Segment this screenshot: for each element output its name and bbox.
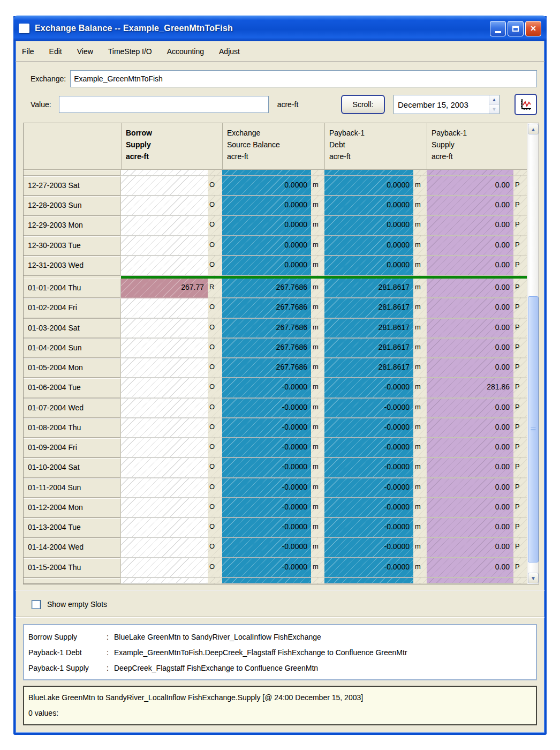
spinner-up-button[interactable]: ▲ (489, 95, 499, 105)
close-button[interactable]: ✕ (525, 21, 541, 36)
borrow-supply-cell[interactable] (121, 399, 208, 418)
supply-cell[interactable]: 0.00 (427, 558, 513, 578)
supply-cell[interactable]: 0.00 (427, 196, 513, 216)
title-bar[interactable]: Exchange Balance -- Example_GreenMtnToFi… (13, 16, 547, 41)
debt-cell[interactable]: 281.8617 (324, 319, 413, 339)
minimize-button[interactable] (490, 21, 506, 36)
borrow-supply-cell[interactable] (121, 378, 208, 398)
debt-cell[interactable]: 0.0000 (324, 236, 413, 256)
row-date-label[interactable]: 01-12-2004 Mon (24, 498, 121, 518)
debt-cell[interactable]: -0.0000 (324, 538, 413, 558)
supply-cell[interactable]: 281.86 (427, 378, 513, 398)
debt-cell[interactable]: 0.0000 (324, 256, 413, 276)
borrow-supply-cell[interactable] (121, 538, 208, 558)
borrow-supply-cell[interactable] (121, 498, 208, 518)
scrollbar-up-button[interactable]: ▲ (528, 124, 539, 134)
supply-cell[interactable]: 0.00 (427, 538, 513, 558)
exchange-balance-cell[interactable]: 0.0000 (222, 196, 311, 216)
supply-cell[interactable]: 0.00 (427, 418, 513, 438)
row-date-label[interactable]: 12-31-2003 Wed (24, 256, 121, 276)
menu-edit[interactable]: Edit (48, 46, 63, 57)
menu-accounting[interactable]: Accounting (166, 46, 205, 57)
exchange-balance-cell[interactable]: -0.0000 (222, 518, 311, 538)
row-date-label[interactable]: 01-07-2004 Wed (24, 399, 121, 418)
supply-cell[interactable]: 0.00 (427, 339, 513, 358)
exchange-balance-cell[interactable]: 0.0000 (222, 256, 311, 276)
header-payback1-debt[interactable]: Payback-1 Debt acre-ft (324, 123, 427, 169)
exchange-balance-cell[interactable]: 0.0000 (222, 176, 311, 196)
debt-cell[interactable]: -0.0000 (324, 418, 413, 438)
supply-cell[interactable]: 0.00 (427, 438, 513, 458)
row-date-label[interactable]: 01-05-2004 Mon (24, 358, 121, 378)
debt-cell[interactable]: -0.0000 (324, 558, 413, 578)
borrow-supply-cell[interactable] (121, 256, 208, 276)
exchange-balance-cell[interactable]: 267.7686 (222, 319, 311, 339)
supply-cell[interactable]: 0.00 (427, 236, 513, 256)
debt-cell[interactable]: -0.0000 (324, 478, 413, 498)
scrollbar-thumb[interactable] (528, 296, 539, 562)
row-date-label[interactable]: 01-10-2004 Sat (24, 458, 121, 478)
scrollbar-down-button[interactable]: ▼ (528, 573, 539, 583)
borrow-supply-cell[interactable] (121, 478, 208, 498)
exchange-balance-cell[interactable]: -0.0000 (222, 558, 311, 578)
row-date-label[interactable]: 12-29-2003 Mon (24, 216, 121, 236)
row-date-label[interactable]: 01-01-2004 Thu (24, 279, 121, 298)
debt-cell[interactable]: -0.0000 (324, 399, 413, 418)
borrow-supply-cell[interactable] (121, 236, 208, 256)
row-date-label[interactable]: 12-30-2003 Tue (24, 236, 121, 256)
row-date-label[interactable]: 01-14-2004 Wed (24, 538, 121, 558)
header-exchange-source-balance[interactable]: Exchange Source Balance acre-ft (222, 123, 324, 169)
borrow-supply-cell[interactable] (121, 176, 208, 196)
debt-cell[interactable]: -0.0000 (324, 498, 413, 518)
supply-cell[interactable]: 0.00 (427, 319, 513, 339)
spinner-down-button[interactable]: ▼ (489, 105, 499, 114)
borrow-supply-cell[interactable] (121, 196, 208, 216)
supply-cell[interactable]: 0.00 (427, 498, 513, 518)
borrow-supply-cell[interactable] (121, 438, 208, 458)
menu-adjust[interactable]: Adjust (218, 46, 241, 57)
borrow-supply-cell[interactable] (121, 339, 208, 358)
debt-cell[interactable]: -0.0000 (324, 518, 413, 538)
supply-cell[interactable]: 0.00 (427, 399, 513, 418)
scroll-button[interactable]: Scroll: (341, 95, 385, 114)
row-date-label[interactable]: 01-09-2004 Fri (24, 438, 121, 458)
row-date-label[interactable]: 12-28-2003 Sun (24, 196, 121, 216)
exchange-balance-cell[interactable]: -0.0000 (222, 458, 311, 478)
row-date-label[interactable]: 01-04-2004 Sun (24, 339, 121, 358)
show-empty-slots-checkbox[interactable] (32, 600, 41, 609)
borrow-supply-cell[interactable] (121, 358, 208, 378)
exchange-balance-cell[interactable]: 267.7686 (222, 298, 311, 318)
exchange-balance-cell[interactable]: -0.0000 (222, 399, 311, 418)
header-payback1-supply[interactable]: Payback-1 Supply acre-ft (427, 123, 527, 169)
row-date-label[interactable]: 01-02-2004 Fri (24, 298, 121, 318)
debt-cell[interactable]: 0.0000 (324, 176, 413, 196)
supply-cell[interactable]: 0.00 (427, 518, 513, 538)
exchange-balance-cell[interactable]: 267.7686 (222, 279, 311, 298)
supply-cell[interactable]: 0.00 (427, 176, 513, 196)
exchange-balance-cell[interactable]: 0.0000 (222, 216, 311, 236)
borrow-supply-cell[interactable]: 267.77 (121, 279, 208, 298)
row-date-label[interactable]: 01-15-2004 Thu (24, 558, 121, 578)
date-value[interactable]: December 15, 2003 (394, 95, 489, 114)
row-date-label[interactable]: 01-08-2004 Thu (24, 418, 121, 438)
menu-view[interactable]: View (76, 46, 94, 57)
borrow-supply-cell[interactable] (121, 319, 208, 339)
debt-cell[interactable]: -0.0000 (324, 458, 413, 478)
supply-cell[interactable]: 0.00 (427, 298, 513, 318)
borrow-supply-cell[interactable] (121, 518, 208, 538)
supply-cell[interactable]: 0.00 (427, 256, 513, 276)
exchange-balance-cell[interactable]: -0.0000 (222, 378, 311, 398)
menu-timestep-i-o[interactable]: TimeStep I/O (107, 46, 153, 57)
maximize-button[interactable] (508, 21, 524, 36)
debt-cell[interactable]: 281.8617 (324, 339, 413, 358)
debt-cell[interactable]: -0.0000 (324, 378, 413, 398)
row-date-label[interactable]: 01-03-2004 Sat (24, 319, 121, 339)
supply-cell[interactable]: 0.00 (427, 458, 513, 478)
debt-cell[interactable]: 281.8617 (324, 358, 413, 378)
exchange-balance-cell[interactable]: -0.0000 (222, 538, 311, 558)
exchange-balance-cell[interactable]: -0.0000 (222, 438, 311, 458)
supply-cell[interactable]: 0.00 (427, 478, 513, 498)
row-date-label[interactable]: 12-27-2003 Sat (24, 176, 121, 196)
borrow-supply-cell[interactable] (121, 298, 208, 318)
vertical-scrollbar[interactable]: ▲ ▼ (527, 123, 539, 584)
